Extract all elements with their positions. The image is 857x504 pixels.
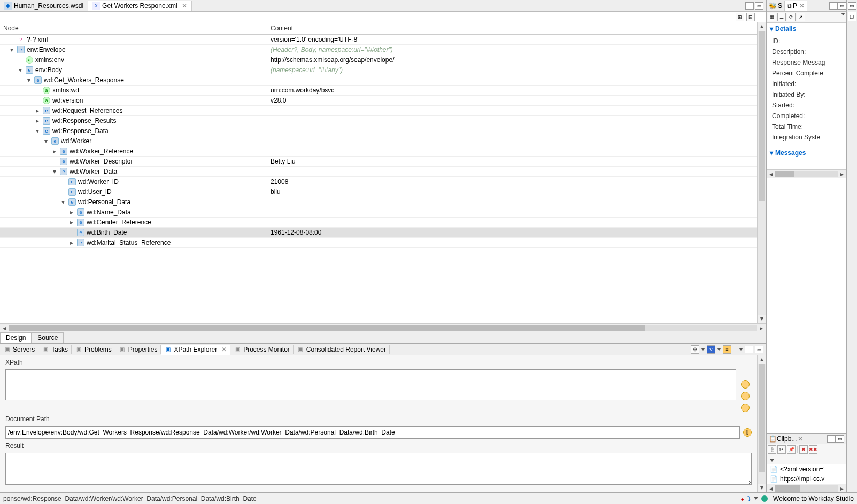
col-content[interactable]: Content (267, 22, 757, 35)
minimize-icon[interactable]: — (745, 346, 753, 353)
details-header[interactable]: ▾Details (767, 23, 846, 35)
view-tab-process-monitor[interactable]: ▣Process Monitor (230, 345, 294, 354)
scroll-thumb[interactable] (9, 325, 645, 331)
close-icon[interactable]: ✕ (221, 346, 227, 353)
scroll-up-icon[interactable]: ▴ (758, 355, 766, 364)
twisty-icon[interactable]: ▾ (43, 137, 49, 145)
twisty-icon[interactable]: ▾ (17, 66, 24, 74)
tree-row[interactable]: ▸ewd:Marital_Status_Reference (0, 238, 757, 248)
grid-icon[interactable]: ▦ (768, 13, 776, 21)
vertical-scrollbar[interactable]: ▴ ▾ (757, 355, 766, 492)
tree-row[interactable]: ▸ewd:Response_Results (0, 116, 757, 126)
dropdown-icon[interactable] (701, 348, 705, 351)
tree-row[interactable]: ▸ewd:Gender_Reference (0, 218, 757, 228)
view-menu-icon[interactable] (739, 348, 743, 351)
tree-row[interactable]: ▾ewd:Worker_Data (0, 167, 757, 177)
tree-row[interactable]: ▾eenv:Body(namespace:uri="##any") (0, 65, 757, 75)
gear-icon[interactable]: ⚙ (691, 345, 699, 354)
tree-row[interactable]: ▾eenv:Envelope(Header?, Body, namespace:… (0, 45, 757, 55)
tree-row[interactable]: ▾ewd:Get_Workers_Response (0, 75, 757, 86)
maximize-icon[interactable]: ▭ (755, 346, 763, 353)
twisty-icon[interactable]: ▾ (60, 198, 66, 206)
right-tab-s[interactable]: 🐝 S (767, 1, 785, 11)
twisty-icon[interactable]: ▾ (51, 168, 58, 175)
dropdown-icon[interactable] (754, 497, 758, 500)
messages-header[interactable]: ▾Messages (767, 147, 846, 159)
dropdown-icon[interactable] (770, 459, 774, 462)
twisty-icon[interactable]: ▾ (26, 76, 32, 84)
view-tab-tasks[interactable]: ▣Tasks (38, 345, 72, 354)
dropdown-icon[interactable] (717, 348, 721, 351)
outline-icon[interactable]: ▢ (848, 12, 856, 21)
editor-tab-wsdl[interactable]: ◆ Human_Resources.wsdl (0, 1, 88, 11)
scroll-right-icon[interactable]: ▸ (757, 324, 766, 332)
right-tab-p[interactable]: ⧉ P ✕ (785, 1, 807, 11)
editor-tab-xml[interactable]: x Get Workers Respone.xml ✕ (88, 1, 192, 11)
twisty-icon[interactable]: ▸ (51, 148, 58, 155)
horizontal-scrollbar[interactable]: ◂ ▸ (0, 323, 766, 332)
tree-row[interactable]: ewd:Birth_Date1961-12-08-08:00 (0, 228, 757, 238)
eval-icon[interactable]: ≡ (723, 345, 731, 354)
twisty-icon[interactable]: ▸ (68, 219, 75, 226)
view-tab-problems[interactable]: ▣Problems (72, 345, 115, 354)
restore-icon[interactable]: ▭ (848, 2, 856, 10)
clear-icon[interactable]: ✖✖ (809, 445, 817, 454)
maximize-icon[interactable]: ▭ (838, 2, 846, 10)
result-output[interactable] (5, 453, 752, 485)
close-icon[interactable]: ✕ (799, 2, 805, 10)
twisty-icon[interactable]: ▸ (68, 239, 75, 246)
tree-row[interactable]: ewd:User_IDbliu (0, 187, 757, 197)
tree-row[interactable]: axmlns:envhttp://schemas.xmlsoap.org/soa… (0, 55, 757, 65)
tree-row[interactable]: ▸ewd:Request_References (0, 106, 757, 116)
close-icon[interactable]: ✕ (182, 2, 187, 10)
pin-icon[interactable]: 📌 (787, 445, 796, 454)
maximize-icon[interactable]: ▭ (836, 435, 844, 443)
tree-row[interactable]: awd:versionv28.0 (0, 96, 757, 106)
tree-row[interactable]: axmlns:wdurn:com.workday/bsvc (0, 86, 757, 96)
scroll-left-icon[interactable]: ◂ (0, 324, 9, 332)
minimize-icon[interactable]: — (745, 2, 754, 10)
minimize-icon[interactable]: — (829, 2, 838, 10)
twisty-icon[interactable]: ▸ (34, 107, 41, 114)
xpath-input[interactable] (5, 369, 736, 400)
close-icon[interactable]: ✕ (798, 435, 803, 443)
tree-row[interactable]: ??-? xmlversion='1.0' encoding='UTF-8' (0, 35, 757, 45)
delete-icon[interactable]: ✖ (799, 445, 808, 454)
error-icon[interactable]: ⬥ (740, 495, 744, 502)
export-icon[interactable]: ↗ (797, 13, 805, 21)
scroll-down-icon[interactable]: ▾ (758, 484, 766, 492)
view-tab-consolidated-report-viewer[interactable]: ▣Consolidated Report Viewer (294, 345, 390, 354)
xpath-action-icon[interactable] (741, 392, 750, 400)
document-path-input[interactable] (5, 426, 740, 439)
vertical-scrollbar[interactable]: ▴ ▾ (757, 22, 766, 323)
scroll-thumb[interactable] (759, 31, 765, 201)
copy-icon[interactable]: ⎘ (768, 445, 776, 454)
tree-scroll[interactable]: Node Content ??-? xmlversion='1.0' encod… (0, 22, 757, 323)
tree-row[interactable]: ▸ewd:Worker_Reference (0, 146, 757, 157)
expand-all-icon[interactable]: ⊞ (736, 13, 744, 21)
maximize-icon[interactable]: ▭ (755, 2, 763, 10)
tab-design[interactable]: Design (0, 332, 32, 343)
tab-source[interactable]: Source (32, 332, 64, 343)
scroll-up-icon[interactable]: ▴ (758, 22, 766, 31)
twisty-icon[interactable]: ▾ (9, 46, 15, 53)
clipboard-item[interactable]: 📄<?xml version=' (767, 464, 846, 474)
xpath-action-icon[interactable] (741, 404, 750, 412)
properties-pane[interactable]: ▾Details ID:Description:Response MessagP… (767, 23, 846, 433)
scroll-thumb[interactable] (759, 364, 765, 472)
cut-icon[interactable]: ✂ (777, 445, 786, 454)
list-icon[interactable]: ☰ (777, 13, 786, 21)
step-icon[interactable]: ⤵ (747, 495, 751, 502)
tree-row[interactable]: ewd:Worker_ID21008 (0, 177, 757, 187)
twisty-icon[interactable]: ▸ (34, 117, 41, 125)
twisty-icon[interactable]: ▸ (68, 208, 75, 216)
refresh-icon[interactable]: ⟳ (787, 13, 796, 21)
xpath-action-icon[interactable] (741, 380, 750, 389)
view-tab-properties[interactable]: ▣Properties (115, 345, 161, 354)
var-icon[interactable]: V (707, 345, 715, 354)
view-tab-servers[interactable]: ▣Servers (0, 345, 38, 354)
tree-row[interactable]: ▾ewd:Worker (0, 136, 757, 146)
col-node[interactable]: Node (0, 22, 267, 35)
up-arrow-icon[interactable]: ⇧ (743, 428, 752, 437)
tree-row[interactable]: ▾ewd:Personal_Data (0, 197, 757, 207)
